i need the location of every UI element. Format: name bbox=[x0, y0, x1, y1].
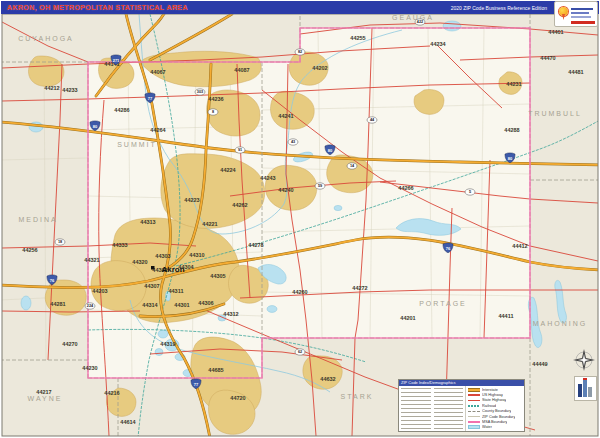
city-marker bbox=[151, 266, 155, 270]
zip-label: 44401 bbox=[548, 29, 563, 35]
state-route-shield-icon: 18 bbox=[55, 239, 65, 245]
zip-label: 44243 bbox=[260, 175, 275, 181]
legend-item: County Boundary bbox=[468, 409, 522, 413]
county-label: MEDINA bbox=[18, 216, 57, 223]
zip-label: 44481 bbox=[568, 69, 583, 75]
state-route-shield-icon: 14 bbox=[347, 163, 357, 169]
zip-label: 44301 bbox=[174, 302, 189, 308]
map-legend-items: InterstateUS HighwayState HighwayRailroa… bbox=[466, 386, 524, 431]
zip-label: 44312 bbox=[223, 311, 238, 317]
legend-item: MSA Boundary bbox=[468, 420, 522, 424]
state-route-shield-icon: 44 bbox=[367, 117, 377, 123]
zip-label: 44221 bbox=[202, 221, 217, 227]
zip-label: 44272 bbox=[352, 285, 367, 291]
zip-label: 44333 bbox=[112, 242, 127, 248]
legend-label: MSA Boundary bbox=[482, 420, 507, 424]
state-route-shield-icon: 62 bbox=[295, 349, 305, 355]
zip-label: 44264 bbox=[150, 127, 166, 133]
legend-item: Interstate bbox=[468, 388, 522, 392]
zip-label: 44087 bbox=[234, 67, 249, 73]
shield-number: 77 bbox=[148, 96, 153, 101]
zip-label: 44320 bbox=[132, 259, 147, 265]
zip-label: 44234 bbox=[430, 41, 446, 47]
shield-number: 82 bbox=[298, 50, 302, 54]
zip-label: 44306 bbox=[198, 300, 213, 306]
zip-label: 44632 bbox=[320, 376, 335, 382]
legend-label: ZIP Code Boundary bbox=[482, 415, 515, 419]
map-page: CUYAHOGAGEAUGATRUMBULLMEDINASUMMITPORTAG… bbox=[0, 0, 600, 438]
zip-label: 44685 bbox=[208, 367, 223, 373]
legend-label: State Highway bbox=[482, 398, 506, 402]
zip-label: 44311 bbox=[169, 288, 184, 294]
map-pin-icon bbox=[562, 14, 565, 20]
map-title: AKRON, OH METROPOLITAN STATISTICAL AREA bbox=[7, 4, 188, 11]
legend-sample-zip bbox=[468, 416, 480, 417]
zip-label: 44313 bbox=[140, 219, 155, 225]
publisher-logo bbox=[574, 376, 597, 401]
state-route-shield-icon: 224 bbox=[85, 303, 95, 309]
zip-label: 44319 bbox=[160, 341, 175, 347]
zip-label: 44266 bbox=[398, 185, 413, 191]
legend-panel: ZIP Code Index/Demographics InterstateUS… bbox=[398, 379, 525, 432]
state-route-shield-icon: 422 bbox=[415, 19, 425, 25]
legend-label: Railroad bbox=[482, 404, 496, 408]
shield-number: 80 bbox=[328, 148, 333, 153]
shield-number: 91 bbox=[238, 148, 242, 152]
shield-number: 80 bbox=[93, 124, 98, 129]
zip-label: 44241 bbox=[278, 113, 293, 119]
shield-number: 8 bbox=[212, 110, 214, 114]
zip-label: 44231 bbox=[506, 81, 521, 87]
legend-label: US Highway bbox=[482, 393, 503, 397]
zip-label: 44288 bbox=[504, 127, 519, 133]
zip-label: 44449 bbox=[532, 361, 547, 367]
shield-number: 76 bbox=[446, 246, 451, 251]
shield-number: 18 bbox=[58, 240, 62, 244]
shield-number: 303 bbox=[197, 90, 203, 94]
county-label: GEAUGA bbox=[392, 14, 434, 21]
county-label: MAHONING bbox=[533, 320, 588, 327]
city-label: Akron bbox=[161, 265, 184, 274]
county-label: CUYAHOGA bbox=[18, 35, 74, 42]
shield-number: 59 bbox=[318, 184, 322, 188]
legend-sample-us bbox=[468, 394, 480, 396]
zip-label: 44281 bbox=[50, 301, 65, 307]
zip-label: 44614 bbox=[120, 419, 136, 425]
legend-item: US Highway bbox=[468, 393, 522, 397]
shield-number: 80 bbox=[508, 156, 513, 161]
legend-sample-rr bbox=[468, 405, 480, 407]
zip-label: 44303 bbox=[155, 253, 170, 259]
zip-index-table bbox=[399, 386, 466, 431]
shield-number: 224 bbox=[87, 304, 94, 308]
state-route-shield-icon: 82 bbox=[295, 49, 305, 55]
edition-label: 2020 ZIP Code Business Reference Edition bbox=[451, 5, 547, 11]
state-route-shield-icon: 91 bbox=[235, 147, 245, 153]
compass-rose-icon bbox=[571, 347, 597, 373]
shield-number: 422 bbox=[417, 20, 423, 24]
zip-label: 44411 bbox=[499, 313, 514, 319]
zip-label: 44720 bbox=[230, 395, 245, 401]
zip-label: 44067 bbox=[150, 69, 165, 75]
zip-label: 44216 bbox=[104, 390, 119, 396]
legend-item: ZIP Code Boundary bbox=[468, 415, 522, 419]
zip-label: 44203 bbox=[92, 288, 107, 294]
shield-number: 43 bbox=[291, 140, 295, 144]
zip-label: 44278 bbox=[248, 242, 263, 248]
zip-label: 44310 bbox=[189, 252, 204, 258]
county-label: TRUMBULL bbox=[528, 110, 582, 117]
zip-label: 44412 bbox=[512, 243, 527, 249]
zip-label: 44470 bbox=[540, 55, 555, 61]
zip-label: 44305 bbox=[210, 273, 225, 279]
shield-number: 271 bbox=[113, 58, 120, 63]
zip-label: 44286 bbox=[114, 107, 129, 113]
legend-label: Interstate bbox=[482, 388, 498, 392]
legend-label: County Boundary bbox=[482, 409, 511, 413]
state-route-shield-icon: 59 bbox=[315, 183, 325, 189]
zip-label: 44202 bbox=[312, 65, 327, 71]
legend-sample-int bbox=[468, 388, 480, 392]
state-route-shield-icon: 303 bbox=[195, 89, 205, 95]
zip-label: 44270 bbox=[62, 341, 77, 347]
state-route-shield-icon: 5 bbox=[465, 189, 475, 195]
state-route-shield-icon: 43 bbox=[288, 139, 298, 145]
zip-label: 44307 bbox=[144, 283, 159, 289]
legend-item: Water bbox=[468, 425, 522, 429]
